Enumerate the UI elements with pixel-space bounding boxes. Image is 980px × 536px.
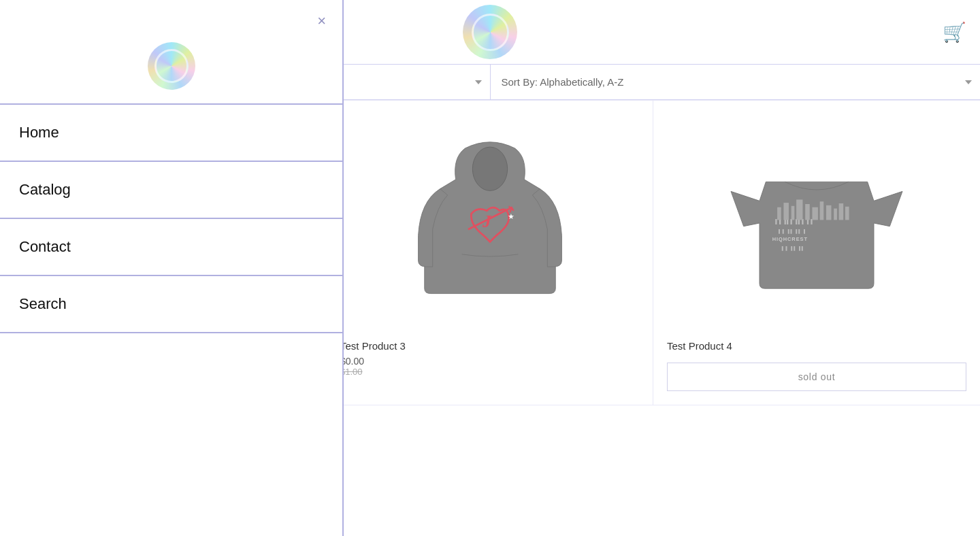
drawer-close-button[interactable]: × bbox=[317, 14, 326, 29]
product-price-3: $0.00 bbox=[340, 356, 639, 367]
svg-rect-21 bbox=[839, 203, 844, 220]
drawer-logo-row bbox=[0, 35, 342, 105]
nav-item-search[interactable]: Search bbox=[0, 276, 342, 333]
navigation-drawer: × Home Catalog Contact Search bbox=[0, 0, 344, 536]
svg-rect-16 bbox=[805, 204, 810, 220]
nav-item-home[interactable]: Home bbox=[0, 105, 342, 162]
svg-point-5 bbox=[472, 147, 507, 190]
svg-text:J: J bbox=[482, 212, 492, 231]
product-name-3: Test Product 3 bbox=[340, 340, 639, 352]
product-card-4[interactable]: ▌▌▐▌▌▐▌▌▐▐ ▌▌▐▌▐▌▐ HIQHCREST ▌▌▐▌▐▌ bbox=[653, 101, 980, 405]
product-image-4: ▌▌▐▌▌▐▌▌▐▐ ▌▌▐▌▐▌▐ HIQHCREST ▌▌▐▌▐▌ bbox=[667, 114, 966, 332]
sold-out-button-4[interactable]: sold out bbox=[667, 363, 966, 391]
svg-rect-17 bbox=[812, 207, 817, 220]
svg-rect-18 bbox=[820, 201, 824, 220]
header-logo-inner bbox=[472, 14, 509, 51]
svg-text:HIQHCREST: HIQHCREST bbox=[772, 236, 808, 242]
svg-rect-12 bbox=[777, 207, 781, 220]
cart-icon-area[interactable]: 🛒 bbox=[943, 21, 966, 44]
svg-rect-14 bbox=[791, 206, 795, 220]
nav-items: Home Catalog Contact Search bbox=[0, 105, 342, 536]
drawer-logo bbox=[148, 42, 195, 90]
svg-text:▌▌▐▌▐▌▐: ▌▌▐▌▐▌▐ bbox=[779, 229, 806, 234]
product-image-svg-4: ▌▌▐▌▌▐▌▌▐▐ ▌▌▐▌▐▌▐ HIQHCREST ▌▌▐▌▐▌ bbox=[721, 141, 912, 305]
drawer-close-row: × bbox=[0, 0, 342, 35]
svg-rect-20 bbox=[834, 209, 837, 220]
svg-rect-13 bbox=[783, 203, 788, 220]
drawer-logo-inner bbox=[154, 49, 189, 83]
cart-icon[interactable]: 🛒 bbox=[943, 22, 966, 43]
product-name-4: Test Product 4 bbox=[667, 340, 966, 352]
header-logo bbox=[463, 5, 517, 59]
sort-select[interactable]: Sort By: Alphabetically, A-Z bbox=[491, 65, 981, 99]
svg-rect-22 bbox=[845, 207, 849, 220]
nav-item-catalog[interactable]: Catalog bbox=[0, 162, 342, 219]
nav-item-contact[interactable]: Contact bbox=[0, 219, 342, 276]
svg-rect-19 bbox=[826, 205, 831, 220]
svg-text:★: ★ bbox=[507, 212, 514, 220]
product-card-3[interactable]: J ★ Test Product 3 $0.00 $1.00 bbox=[327, 101, 653, 405]
product-image-3: J ★ bbox=[340, 114, 639, 332]
svg-text:▌▌▐▌▐▌: ▌▌▐▌▐▌ bbox=[782, 246, 806, 251]
product-compare-price-3: $1.00 bbox=[340, 367, 639, 377]
product-image-svg-3: J ★ bbox=[415, 128, 565, 318]
svg-rect-15 bbox=[796, 199, 802, 220]
